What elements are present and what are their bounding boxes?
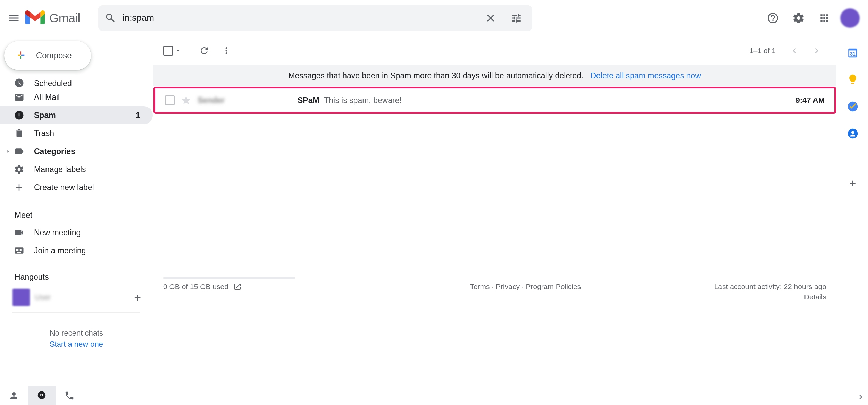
svg-text:31: 31 xyxy=(850,51,856,57)
more-button[interactable] xyxy=(217,41,236,60)
chevron-left-icon xyxy=(789,45,800,56)
sidebar-item-scheduled[interactable]: Scheduled xyxy=(0,77,153,88)
privacy-link[interactable]: Privacy xyxy=(496,282,520,290)
sidebar-item-label: All Mail xyxy=(34,93,144,102)
compose-label: Compose xyxy=(36,51,72,60)
open-storage-link[interactable] xyxy=(233,282,242,291)
star-button[interactable] xyxy=(181,95,191,106)
calendar-icon: 31 xyxy=(847,47,859,58)
refresh-button[interactable] xyxy=(194,41,214,60)
newer-button[interactable] xyxy=(785,41,804,60)
email-sender: Sender xyxy=(198,96,291,105)
calendar-addon[interactable]: 31 xyxy=(847,47,859,58)
hangouts-title: Hangouts xyxy=(0,269,153,285)
policies-link[interactable]: Program Policies xyxy=(526,282,581,290)
sidebar-item-create-label[interactable]: Create new label xyxy=(0,178,153,196)
gmail-text: Gmail xyxy=(49,11,80,25)
contacts-addon[interactable] xyxy=(847,128,859,140)
email-time: 9:47 AM xyxy=(795,96,825,105)
details-link[interactable]: Details xyxy=(804,293,826,301)
delete-all-spam-link[interactable]: Delete all spam messages now xyxy=(590,71,701,81)
hamburger-icon xyxy=(8,12,20,24)
get-addons-button[interactable]: + xyxy=(849,177,856,190)
sidebar-item-spam[interactable]: Spam 1 xyxy=(0,106,153,124)
chevron-right-icon xyxy=(856,393,865,402)
terms-link[interactable]: Terms xyxy=(470,282,490,290)
chevron-down-icon xyxy=(175,48,181,54)
phone-calls-tab[interactable] xyxy=(56,386,83,405)
list-toolbar: 1–1 of 1 xyxy=(153,36,837,65)
divider xyxy=(12,312,140,313)
hangouts-icon xyxy=(36,390,47,401)
hangouts-avatar xyxy=(12,289,30,306)
spam-icon xyxy=(14,110,24,120)
gmail-logo-icon xyxy=(25,10,45,26)
hangouts-section: Hangouts User + No recent chats Start a … xyxy=(0,264,153,349)
apps-grid-icon xyxy=(819,12,830,24)
sidebar-item-trash[interactable]: Trash xyxy=(0,124,153,142)
sidebar-item-label: Scheduled xyxy=(34,79,144,88)
sidebar-item-categories[interactable]: Categories xyxy=(0,142,153,160)
banner-text: Messages that have been in Spam more tha… xyxy=(288,71,583,81)
meet-title: Meet xyxy=(0,207,153,223)
search-options-button[interactable] xyxy=(507,8,526,28)
compose-button[interactable]: Compose xyxy=(4,41,91,70)
highlighted-email: Sender SPaM - This is spam, beware! 9:47… xyxy=(153,87,836,114)
help-icon xyxy=(767,12,779,24)
hangouts-user-row[interactable]: User + xyxy=(0,285,153,310)
tasks-icon xyxy=(847,101,859,112)
keep-addon[interactable] xyxy=(847,74,859,85)
hangouts-conversations-tab[interactable] xyxy=(28,386,56,405)
close-icon xyxy=(485,12,496,24)
email-row[interactable]: Sender SPaM - This is spam, beware! 9:47… xyxy=(155,88,834,112)
divider xyxy=(846,157,859,157)
account-avatar[interactable] xyxy=(840,8,860,28)
phone-icon xyxy=(64,390,75,401)
refresh-icon xyxy=(199,45,209,56)
sidebar-item-count: 1 xyxy=(136,111,144,120)
more-vert-icon xyxy=(221,45,232,56)
chevron-right-icon xyxy=(811,45,822,56)
start-new-chat-link[interactable]: Start a new one xyxy=(0,340,153,349)
email-checkbox[interactable] xyxy=(165,95,175,105)
svg-point-6 xyxy=(851,131,854,134)
new-conversation-button[interactable]: + xyxy=(134,291,144,304)
main-footer: 0 GB of 15 GB used Terms · Privacy · Pro… xyxy=(153,279,837,301)
sidebar: Compose Scheduled All Mail Spam 1 xyxy=(0,36,153,405)
storage-text: 0 GB of 15 GB used xyxy=(163,282,228,291)
sidebar-item-label: Create new label xyxy=(34,183,144,192)
apps-button[interactable] xyxy=(815,8,834,28)
email-snippet: - This is spam, beware! xyxy=(319,96,402,105)
spam-banner: Messages that have been in Spam more tha… xyxy=(153,65,836,86)
hide-side-panel-button[interactable] xyxy=(856,393,865,402)
search-input[interactable] xyxy=(123,12,475,23)
clear-search-button[interactable] xyxy=(481,8,500,28)
join-meeting-button[interactable]: Join a meeting xyxy=(0,242,153,260)
tune-icon xyxy=(510,12,522,24)
sidebar-item-all-mail[interactable]: All Mail xyxy=(0,88,153,106)
older-button[interactable] xyxy=(807,41,826,60)
search-bar[interactable] xyxy=(98,5,532,31)
meet-item-label: Join a meeting xyxy=(34,246,144,255)
new-meeting-button[interactable]: New meeting xyxy=(0,223,153,242)
main-menu-button[interactable] xyxy=(4,8,24,28)
meet-section: Meet New meeting Join a meeting xyxy=(0,201,153,260)
meet-item-label: New meeting xyxy=(34,228,144,237)
side-panel: 31 + xyxy=(837,36,868,405)
gmail-logo[interactable]: Gmail xyxy=(24,10,80,26)
settings-button[interactable] xyxy=(789,8,808,28)
sidebar-item-manage-labels[interactable]: Manage labels xyxy=(0,160,153,178)
sidebar-item-label: Trash xyxy=(34,129,144,138)
search-icon[interactable] xyxy=(105,12,116,24)
scheduled-icon xyxy=(14,78,24,88)
support-button[interactable] xyxy=(763,8,783,28)
select-all-checkbox[interactable] xyxy=(163,46,181,56)
tasks-addon[interactable] xyxy=(847,101,859,112)
header: Gmail xyxy=(0,0,868,36)
hangouts-contacts-tab[interactable] xyxy=(0,386,28,405)
keyboard-icon xyxy=(14,245,24,256)
keep-icon xyxy=(847,74,859,85)
open-in-new-icon xyxy=(233,282,242,291)
labels-nav: Scheduled All Mail Spam 1 Trash xyxy=(0,77,153,196)
email-subject: SPaM xyxy=(298,96,319,105)
